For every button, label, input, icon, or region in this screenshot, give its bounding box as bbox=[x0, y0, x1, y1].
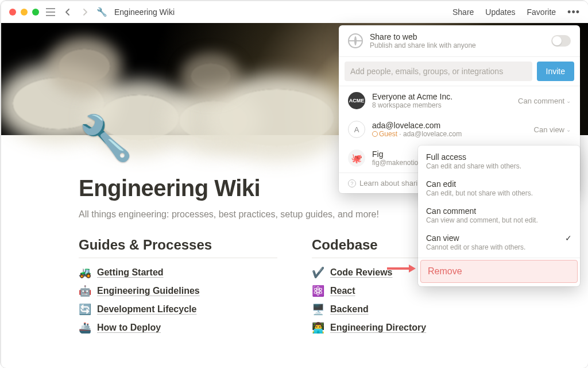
share-web-subtitle: Publish and share link with anyone bbox=[370, 41, 544, 49]
page-link-label: Engineering Directory bbox=[330, 323, 426, 333]
permission-dropdown: Full accessCan edit and share with other… bbox=[418, 145, 580, 286]
learn-sharing-link[interactable]: Learn about sharin bbox=[359, 179, 421, 187]
annotation-arrow bbox=[387, 263, 416, 276]
favorite-button[interactable]: Favorite bbox=[527, 7, 556, 17]
window-titlebar: 🔧 Engineering Wiki Share Updates Favorit… bbox=[1, 1, 588, 23]
page-title-breadcrumb[interactable]: Engineering Wiki bbox=[114, 7, 175, 17]
member-name: Everyone at Acme Inc. bbox=[372, 92, 511, 101]
page-link[interactable]: 🚢How to Deploy bbox=[79, 321, 277, 334]
page-link[interactable]: 🖥️Backend bbox=[312, 303, 510, 316]
zoom-window-button[interactable] bbox=[32, 9, 39, 16]
permission-remove[interactable]: Remove bbox=[420, 260, 578, 283]
permission-option[interactable]: Full accessCan edit and share with other… bbox=[418, 148, 580, 175]
close-window-button[interactable] bbox=[9, 9, 16, 16]
globe-icon bbox=[348, 33, 363, 48]
page-link-label: Backend bbox=[330, 304, 369, 315]
page-link-icon: 🤖 bbox=[79, 285, 91, 297]
page-link-label: How to Deploy bbox=[97, 323, 161, 333]
share-member-row: ACMEEveryone at Acme Inc.8 workspace mem… bbox=[339, 86, 580, 115]
page-link-icon: ⚛️ bbox=[312, 285, 324, 297]
help-icon: ? bbox=[348, 179, 356, 187]
page-link-label: Development Lifecycle bbox=[97, 304, 196, 315]
updates-button[interactable]: Updates bbox=[485, 7, 515, 17]
minimize-window-button[interactable] bbox=[21, 9, 28, 16]
svg-marker-1 bbox=[409, 264, 416, 273]
hamburger-icon[interactable] bbox=[45, 6, 56, 18]
permission-option[interactable]: Can editCan edit, but not share with oth… bbox=[418, 175, 580, 202]
page-link[interactable]: 🤖Engineering Guidelines bbox=[79, 285, 277, 297]
page-link-icon: ✔️ bbox=[312, 266, 324, 279]
page-link-icon: 👨‍💻 bbox=[312, 321, 324, 334]
share-button[interactable]: Share bbox=[452, 7, 474, 17]
page-link-icon: 🚜 bbox=[79, 266, 91, 279]
member-sub: 8 workspace members bbox=[372, 101, 511, 109]
page-link[interactable]: 🚜Getting Started bbox=[79, 266, 277, 279]
permission-option[interactable]: Can view✓Cannot edit or share with other… bbox=[418, 229, 580, 256]
page-link[interactable]: 👨‍💻Engineering Directory bbox=[312, 321, 510, 334]
chevron-down-icon: ⌄ bbox=[566, 126, 571, 133]
member-sub: Guest · ada@lovelace.com bbox=[372, 130, 527, 138]
section-heading[interactable]: Guides & Processes bbox=[79, 237, 277, 253]
page-link-label: Code Reviews bbox=[330, 267, 392, 278]
check-icon: ✓ bbox=[565, 233, 572, 243]
chevron-down-icon: ⌄ bbox=[566, 98, 571, 104]
page-link[interactable]: ⚛️React bbox=[312, 285, 510, 297]
page-link-icon: 🔄 bbox=[79, 303, 91, 316]
breadcrumb-icon: 🔧 bbox=[96, 7, 107, 17]
page-link-label: React bbox=[330, 286, 355, 296]
invite-button[interactable]: Invite bbox=[537, 62, 574, 81]
page-link[interactable]: 🔄Development Lifecycle bbox=[79, 303, 277, 316]
share-web-toggle[interactable] bbox=[551, 35, 571, 47]
forward-button[interactable] bbox=[79, 6, 91, 18]
share-web-title: Share to web bbox=[370, 32, 544, 41]
share-search-input[interactable] bbox=[345, 62, 532, 81]
window-controls bbox=[9, 9, 39, 16]
avatar: A bbox=[348, 121, 365, 138]
page-icon[interactable]: 🔧 bbox=[79, 112, 133, 164]
permission-selector[interactable]: Can view⌄ bbox=[534, 125, 571, 134]
back-button[interactable] bbox=[62, 6, 74, 18]
page-link-icon: 🚢 bbox=[79, 321, 91, 334]
page-link-label: Getting Started bbox=[97, 267, 164, 278]
avatar: ACME bbox=[348, 92, 365, 109]
page-link-icon: 🖥️ bbox=[312, 303, 324, 316]
permission-selector[interactable]: Can comment⌄ bbox=[518, 97, 571, 105]
more-menu-button[interactable]: ••• bbox=[567, 6, 580, 18]
permission-option[interactable]: Can commentCan view and comment, but not… bbox=[418, 202, 580, 229]
avatar: 🐙 bbox=[348, 150, 365, 167]
member-name: ada@lovelace.com bbox=[372, 121, 527, 130]
page-link-label: Engineering Guidelines bbox=[97, 286, 200, 296]
share-member-row: Aada@lovelace.comGuest · ada@lovelace.co… bbox=[339, 115, 580, 144]
